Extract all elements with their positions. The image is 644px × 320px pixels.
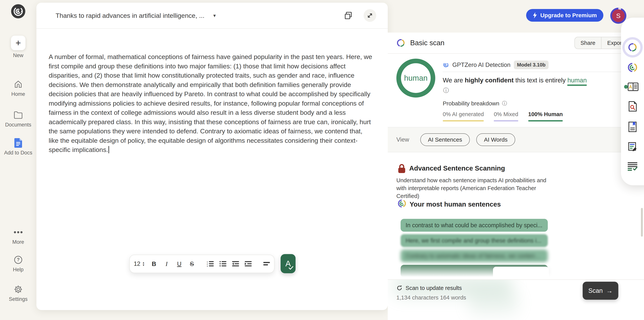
gptzero-color-icon <box>397 199 406 209</box>
probability-ai-generated[interactable]: 0% AI generated <box>443 111 484 122</box>
prob-underline-human <box>528 120 563 122</box>
sidebar-item-label: New <box>13 52 24 58</box>
expand-button[interactable] <box>364 9 376 22</box>
info-icon[interactable]: ⓘ <box>443 86 449 94</box>
confidence-prefix: We are <box>443 77 465 84</box>
align-button[interactable] <box>263 262 270 266</box>
probability-human[interactable]: 100% Human <box>528 111 563 122</box>
gptzero-blue-icon <box>443 62 449 68</box>
document-edit-icon <box>628 142 638 152</box>
scan-panel: Upgrade to Premium S Basic scan Share Ex… <box>388 0 644 320</box>
underline-button[interactable]: U <box>176 260 183 268</box>
prob-label-text: Human <box>544 111 563 117</box>
outdent-button[interactable] <box>232 261 239 267</box>
rail-plagiarism-check[interactable] <box>621 101 644 112</box>
sidebar-item-home[interactable]: Home <box>0 80 36 97</box>
sidebar-item-add-to-docs[interactable]: Add to Docs <box>0 138 36 156</box>
google-docs-icon <box>14 138 23 148</box>
human-sentences-title: Your most human sentences <box>410 200 501 208</box>
sidebar-item-label: Home <box>11 91 25 97</box>
confidence-statement: We are highly confident this text is ent… <box>443 77 587 84</box>
rail-basic-scan-active[interactable] <box>621 37 644 58</box>
sidebar-item-documents[interactable]: Documents <box>0 110 36 128</box>
svg-text:1: 1 <box>207 261 208 263</box>
avatar[interactable]: S <box>610 8 626 24</box>
scan-button[interactable]: Scan → <box>583 282 618 300</box>
copy-icon[interactable] <box>344 11 353 20</box>
ai-sentences-button[interactable]: AI Sentences <box>420 133 470 146</box>
home-icon <box>14 80 23 89</box>
sidebar-item-new[interactable]: + New <box>0 36 36 58</box>
strikethrough-button[interactable]: S <box>188 260 195 268</box>
upgrade-to-premium-button[interactable]: Upgrade to Premium <box>526 9 603 22</box>
sidebar-item-label: Settings <box>9 296 28 302</box>
lock-icon <box>398 163 406 174</box>
avatar-initial: S <box>616 12 620 20</box>
human-sentence-pill[interactable]: In contrast to what could be accomplishe… <box>400 219 548 232</box>
human-result-ring: human <box>396 59 435 98</box>
document-title[interactable]: Thanks to rapid advances in artificial i… <box>56 12 204 19</box>
refresh-icon <box>396 285 402 291</box>
folder-icon <box>14 110 23 120</box>
scrollbar-thumb[interactable] <box>641 208 643 237</box>
document-text[interactable]: A number of formal, mathematical concept… <box>49 52 374 154</box>
gptzero-logo-icon[interactable] <box>11 4 25 18</box>
notification-dot <box>624 85 628 89</box>
scan-spinner-icon <box>628 42 637 52</box>
scan-button-label: Scan <box>588 287 602 294</box>
result-label: human <box>404 74 428 82</box>
gear-icon <box>14 285 23 294</box>
share-button[interactable]: Share <box>574 37 602 49</box>
probability-label: Probability breakdown <box>443 100 499 107</box>
indent-button[interactable] <box>245 261 252 267</box>
italic-button[interactable]: I <box>163 260 170 268</box>
svg-text:2: 2 <box>207 263 208 265</box>
confidence-middle: this text is entirely <box>514 77 568 84</box>
human-sentence-pill-blurred[interactable]: Contrary to axiomatic ideas of fairness,… <box>400 250 548 262</box>
probability-breakdown-header: Probability breakdown ⓘ <box>443 100 507 107</box>
model-badge: Model 3.10b <box>514 60 548 69</box>
scan-panel-header: Basic scan Share Export <box>388 32 644 54</box>
rail-dictionary[interactable]: A <box>621 82 644 91</box>
sidebar-item-help[interactable]: ? Help <box>0 255 36 273</box>
upgrade-label: Upgrade to Premium <box>540 12 597 18</box>
prob-underline-ai <box>443 120 484 122</box>
sidebar-item-settings[interactable]: Settings <box>0 285 36 302</box>
title-dropdown-caret-icon[interactable]: ▾ <box>213 13 216 18</box>
prob-label-text: AI generated <box>452 111 484 117</box>
rail-writing-feedback[interactable] <box>621 142 644 152</box>
sidebar-item-label: Help <box>13 267 24 273</box>
bold-button[interactable]: B <box>150 260 157 268</box>
document-search-icon <box>628 101 637 112</box>
arrow-right-icon: → <box>606 287 613 294</box>
sidebar-item-label: Documents <box>5 122 32 128</box>
ai-words-button[interactable]: AI Words <box>476 133 515 146</box>
dictionary-icon: A <box>626 82 638 91</box>
grammar-check-button[interactable]: A <box>280 254 296 273</box>
probability-mixed[interactable]: 0% Mixed <box>494 111 518 122</box>
rail-ai-detection[interactable] <box>621 62 644 73</box>
formatting-toolbar: 12 ▲▼ B I U S 123 <box>130 255 274 273</box>
lightning-bolt-icon <box>533 12 537 18</box>
confidence-highlight[interactable]: human <box>567 77 587 86</box>
view-label: View <box>396 136 409 143</box>
svg-text:3: 3 <box>207 265 208 267</box>
sidebar-item-more[interactable]: More <box>0 228 36 245</box>
divider <box>443 72 636 72</box>
info-icon[interactable]: ⓘ <box>502 100 507 107</box>
prob-value: 100% <box>528 111 542 117</box>
numbered-list-button[interactable]: 123 <box>207 261 214 267</box>
svg-text:?: ? <box>17 257 20 262</box>
rail-summary-check[interactable] <box>621 162 644 171</box>
human-sentence-pill-blurred[interactable]: Here, we first compile and group these d… <box>400 234 548 247</box>
stepper-arrows-icon: ▲▼ <box>142 261 145 266</box>
new-document-button[interactable]: + <box>11 36 26 50</box>
bulleted-list-button[interactable] <box>220 261 226 267</box>
font-size-stepper[interactable]: 12 ▲▼ <box>134 260 145 267</box>
rail-citations[interactable] <box>621 122 644 132</box>
sidebar-item-label: Add to Docs <box>4 150 32 156</box>
probability-items: 0% AI generated 0% Mixed 100% Human <box>443 111 563 122</box>
sidebar-item-label: More <box>12 239 24 245</box>
advanced-scanning-title: Advanced Sentence Scanning <box>409 164 505 172</box>
advanced-scanning-description: Understand how each sentence impacts AI … <box>396 176 552 200</box>
